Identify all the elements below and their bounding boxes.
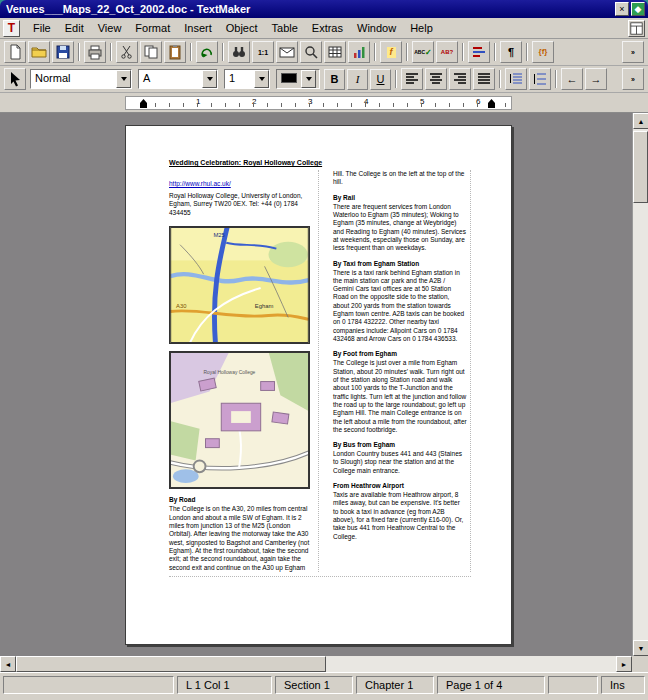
scroll-right-button[interactable]: ► [616,656,632,672]
print-button[interactable] [84,41,106,63]
document-page[interactable]: Wedding Celebration: Royal Holloway Coll… [125,125,512,645]
menu-object[interactable]: Object [219,19,265,37]
section-heading: By Bus from Egham [333,441,467,448]
overflow-icon: » [631,49,635,56]
menu-table[interactable]: Table [265,19,305,37]
undo-button[interactable] [196,41,218,63]
decrease-indent-button[interactable]: ← [561,68,583,90]
style-combo[interactable]: Normal [30,69,132,89]
horizontal-scroll-track[interactable] [16,656,616,672]
toolbar-overflow-button[interactable]: » [622,41,644,63]
text-columns: http://www.rhul.ac.uk/ Royal Holloway Co… [169,170,471,577]
menu-file[interactable]: File [26,19,58,37]
style-combo-arrow[interactable] [116,70,131,88]
menu-window[interactable]: Window [350,19,403,37]
horizontal-scroll-thumb[interactable] [16,656,326,672]
new-document-icon [7,44,23,60]
spell-check-icon: ABC [414,50,425,55]
status-cursor-position: L 1 Col 1 [177,676,272,694]
ruler-strip[interactable]: 1 2 3 4 5 6 [125,96,512,110]
font-color-combo-arrow[interactable] [301,70,316,88]
font-size-combo[interactable]: 1 [224,69,270,89]
bold-button[interactable]: B [324,69,345,90]
mail-button[interactable] [276,41,298,63]
cut-button[interactable] [116,41,138,63]
paste-button[interactable] [164,41,186,63]
horizontal-ruler[interactable]: 1 2 3 4 5 6 [0,93,648,113]
menu-view[interactable]: View [91,19,129,37]
up-arrow-icon: ▲ [638,118,645,125]
vertical-scroll-track[interactable] [633,129,648,640]
right-arrow-icon: ► [621,661,628,668]
font-size-combo-arrow[interactable] [254,70,269,88]
scrollbar-corner [632,656,648,672]
document-system-menu-button[interactable]: T [3,20,20,37]
zoom-tool-button[interactable] [300,41,322,63]
scroll-left-button[interactable]: ◄ [0,656,16,672]
formula-button[interactable]: {f} [532,41,554,63]
menu-format[interactable]: Format [128,19,177,37]
vertical-scrollbar[interactable]: ▲ ▼ [632,113,648,656]
check-icon: ✓ [425,48,432,57]
font-color-combo[interactable] [276,69,320,89]
font-combo[interactable]: A [138,69,218,89]
toolbar-separator [526,43,528,61]
right-indent-marker[interactable] [488,99,495,108]
find-button[interactable] [228,41,250,63]
align-left-button[interactable] [401,68,423,90]
window-close-button[interactable]: × [615,2,629,16]
toolbar-separator [374,43,376,61]
italic-button[interactable]: I [347,69,368,90]
menu-help[interactable]: Help [403,19,440,37]
binoculars-icon [231,44,247,60]
align-center-button[interactable] [425,68,447,90]
pointer-tool-button[interactable] [4,68,26,90]
line-spacing-1-button[interactable] [505,68,527,90]
line-spacing-double-icon [532,71,548,87]
underline-button[interactable]: U [370,69,391,90]
road-map-image: M25 A30 Egham [169,226,310,344]
ruler-ticks [128,103,509,107]
thesaurus-button[interactable]: AB? [436,41,458,63]
window-maximize-button[interactable]: ◆ [631,2,645,16]
status-page-number: Page 1 of 4 [437,676,545,694]
doc-section: By Rail There are frequent services from… [333,194,467,253]
open-button[interactable] [28,41,50,63]
spell-check-button[interactable]: ABC✓ [412,41,434,63]
status-chapter: Chapter 1 [356,676,434,694]
rhul-link[interactable]: http://www.rhul.ac.uk/ [169,180,311,187]
left-indent-marker[interactable] [140,99,147,108]
status-message-area [3,676,174,694]
auto-format-button[interactable]: f [380,41,402,63]
scroll-up-button[interactable]: ▲ [633,113,648,129]
toolbar-overflow-button[interactable]: » [622,68,644,90]
line-spacing-2-button[interactable] [529,68,551,90]
menu-insert[interactable]: Insert [177,19,219,37]
menu-edit[interactable]: Edit [58,19,91,37]
status-insert-mode[interactable]: Ins [601,676,645,694]
align-right-button[interactable] [449,68,471,90]
menu-extras[interactable]: Extras [305,19,350,37]
style-combo-value: Normal [31,70,116,88]
horizontal-scrollbar[interactable]: ◄ ► [0,656,648,672]
window-list-button[interactable] [628,20,645,37]
title-bar[interactable]: Venues___Maps_22_Oct_2002.doc - TextMake… [0,0,648,18]
align-center-icon [428,71,444,87]
paragraph-marks-button[interactable]: ¶ [500,41,522,63]
font-combo-arrow[interactable] [202,70,217,88]
vertical-scroll-thumb[interactable] [633,131,648,203]
align-justify-button[interactable] [473,68,495,90]
new-document-button[interactable] [4,41,26,63]
thesaurus-icon: AB? [441,49,453,55]
save-button[interactable] [52,41,74,63]
zoom-100-button[interactable]: 1:1 [252,41,274,63]
increase-indent-button[interactable]: → [585,68,607,90]
cursor-arrow-icon [7,71,23,87]
track-changes-button[interactable] [468,41,490,63]
insert-chart-button[interactable] [348,41,370,63]
copy-button[interactable] [140,41,162,63]
insert-table-button[interactable] [324,41,346,63]
doc-section: Hill. The College is on the left at the … [333,170,467,187]
align-justify-icon [476,71,492,87]
scroll-down-button[interactable]: ▼ [633,640,648,656]
